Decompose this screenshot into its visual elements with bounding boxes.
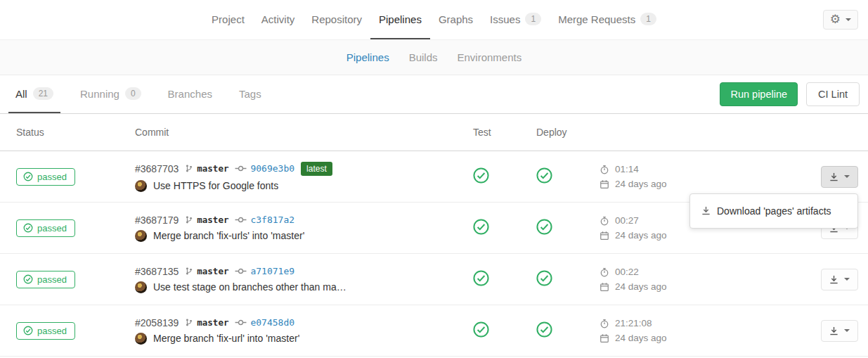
pipeline-id-link[interactable]: #3687703 — [135, 163, 179, 174]
pipeline-duration: 00:22 — [600, 267, 691, 277]
pipeline-duration: 21:21:08 — [600, 318, 691, 328]
pipelines-toolbar: All 21 Running 0 Branches Tags Run pipel… — [0, 75, 868, 114]
header-commit: Commit — [135, 127, 459, 138]
ci-lint-button[interactable]: CI Lint — [806, 82, 860, 106]
status-badge[interactable]: passed — [16, 271, 75, 288]
check-circle-icon — [473, 219, 489, 235]
calendar-icon — [600, 179, 609, 189]
pipeline-duration: 01:14 — [600, 164, 691, 174]
check-circle-icon — [473, 270, 489, 286]
calendar-icon — [600, 231, 609, 241]
commit-message-link[interactable]: Merge branch 'fix-urls' into 'master' — [153, 230, 304, 241]
subnav-item-builds[interactable]: Builds — [399, 51, 448, 63]
status-badge[interactable]: passed — [16, 168, 75, 186]
filter-tabs: All 21 Running 0 Branches Tags — [8, 75, 281, 113]
subnav-item-environments[interactable]: Environments — [448, 51, 532, 63]
deploy-status-icon[interactable] — [536, 270, 552, 286]
author-avatar[interactable] — [135, 180, 147, 192]
nav-item-pipelines[interactable]: Pipelines — [370, 0, 430, 39]
download-icon — [701, 206, 711, 215]
chevron-down-icon — [844, 175, 850, 178]
status-badge[interactable]: passed — [16, 219, 75, 237]
check-circle-icon — [536, 321, 552, 338]
check-circle-icon — [536, 219, 552, 235]
header-deploy: Deploy — [522, 127, 585, 138]
commit-icon — [235, 216, 247, 224]
branch-link[interactable]: master — [197, 266, 228, 276]
pipelines-table: Status Commit Test Deploy passed #368770… — [0, 114, 868, 357]
calendar-icon — [600, 282, 609, 292]
check-circle-icon — [536, 167, 552, 184]
commit-icon — [235, 319, 247, 326]
issues-count-badge: 1 — [525, 13, 541, 25]
nav-item-merge-requests[interactable]: Merge Requests 1 — [550, 0, 665, 39]
branch-icon — [185, 164, 193, 173]
download-icon — [829, 172, 838, 181]
timer-icon — [600, 267, 609, 277]
pipeline-id-link[interactable]: #2058139 — [135, 317, 179, 328]
deploy-status-icon[interactable] — [536, 321, 552, 338]
commit-sha-link[interactable]: e07458d0 — [250, 317, 294, 328]
calendar-icon — [600, 333, 609, 343]
tab-running[interactable]: Running 0 — [73, 75, 148, 113]
branch-link[interactable]: master — [197, 215, 228, 225]
author-avatar[interactable] — [135, 230, 147, 242]
branch-icon — [185, 215, 193, 224]
tab-branches[interactable]: Branches — [161, 75, 219, 113]
test-status-icon[interactable] — [473, 270, 489, 286]
top-navigation: Project Activity Repository Pipelines Gr… — [0, 0, 868, 39]
nav-item-project[interactable]: Project — [203, 0, 253, 39]
timer-icon — [600, 319, 609, 328]
check-circle-icon — [23, 326, 33, 335]
tab-tags[interactable]: Tags — [232, 75, 268, 113]
tab-all[interactable]: All 21 — [8, 75, 60, 113]
test-status-icon[interactable] — [473, 321, 489, 338]
check-circle-icon — [23, 172, 33, 181]
test-status-icon[interactable] — [473, 219, 489, 235]
gear-icon: ⚙ — [830, 13, 841, 26]
pipeline-age: 24 days ago — [600, 333, 691, 343]
branch-link[interactable]: master — [197, 317, 228, 328]
commit-sha-link[interactable]: 9069e3b0 — [250, 163, 294, 174]
table-row: passed #3687703 master 9069e3b0 latest U… — [0, 151, 868, 203]
deploy-status-icon[interactable] — [536, 167, 552, 184]
commit-message-link[interactable]: Use test stage on branches other than ma… — [153, 281, 346, 293]
branch-link[interactable]: master — [197, 163, 228, 174]
commit-icon — [235, 267, 247, 275]
download-icon — [829, 275, 838, 284]
pipeline-duration: 00:27 — [600, 215, 691, 226]
run-pipeline-button[interactable]: Run pipeline — [720, 82, 798, 106]
nav-item-repository[interactable]: Repository — [303, 0, 370, 39]
merge-requests-count-badge: 1 — [640, 13, 656, 25]
artifacts-download-button[interactable] — [821, 320, 858, 342]
commit-message-link[interactable]: Use HTTPS for Google fonts — [153, 180, 278, 191]
author-avatar[interactable] — [135, 333, 147, 345]
commit-message-link[interactable]: Merge branch 'fix-url' into 'master' — [153, 333, 299, 344]
nav-item-activity[interactable]: Activity — [253, 0, 304, 39]
artifacts-download-button[interactable] — [821, 269, 858, 290]
check-circle-icon — [536, 270, 552, 286]
pipeline-id-link[interactable]: #3687135 — [135, 266, 179, 277]
nav-item-graphs[interactable]: Graphs — [430, 0, 481, 39]
timer-icon — [600, 216, 609, 226]
nav-item-issues[interactable]: Issues 1 — [481, 0, 550, 39]
test-status-icon[interactable] — [473, 167, 489, 184]
settings-menu-button[interactable]: ⚙ — [823, 10, 858, 30]
check-circle-icon — [23, 223, 33, 233]
status-badge[interactable]: passed — [16, 322, 75, 340]
table-row: passed #2058139 master e07458d0 Merge br… — [0, 305, 868, 357]
subnav-item-pipelines[interactable]: Pipelines — [337, 51, 399, 63]
author-avatar[interactable] — [135, 281, 147, 293]
commit-sha-link[interactable]: a71071e9 — [250, 266, 294, 276]
check-circle-icon — [473, 321, 489, 338]
branch-icon — [185, 318, 193, 327]
pipeline-age: 24 days ago — [600, 281, 691, 292]
dropdown-item-download-pages-artifacts[interactable]: Download 'pages' artifacts — [690, 200, 857, 222]
pipeline-age: 24 days ago — [600, 230, 691, 241]
commit-sha-link[interactable]: c3f817a2 — [250, 215, 294, 225]
deploy-status-icon[interactable] — [536, 219, 552, 235]
artifacts-download-button[interactable] — [821, 166, 858, 188]
header-test: Test — [459, 127, 522, 138]
pipeline-id-link[interactable]: #3687179 — [135, 215, 179, 226]
table-row: passed #3687135 master a71071e9 Use test… — [0, 254, 868, 305]
